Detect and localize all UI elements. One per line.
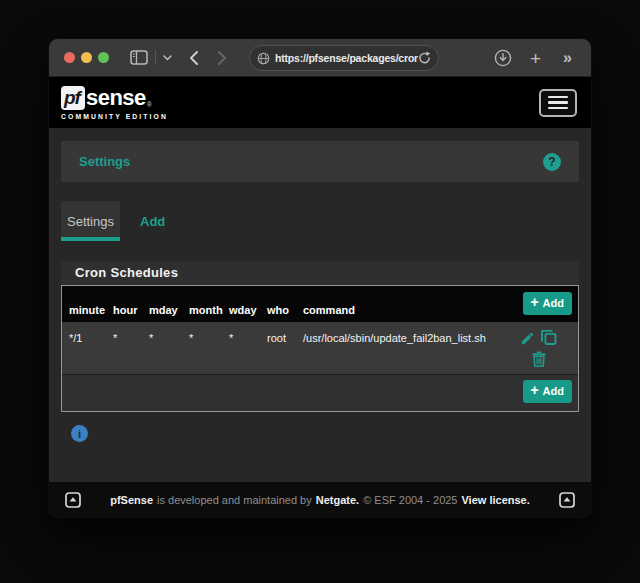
pfsense-logo[interactable]: pf sense ® COMMUNITY EDITION <box>61 86 168 120</box>
cell-command: /usr/local/sbin/update_fail2ban_list.sh <box>303 331 520 345</box>
cell-month: * <box>189 331 229 345</box>
add-schedule-button-bottom[interactable]: +Add <box>523 380 572 403</box>
col-hour: hour <box>113 304 149 322</box>
cell-wday: * <box>229 331 267 345</box>
cell-hour: * <box>113 331 149 345</box>
close-window-button[interactable] <box>64 52 75 63</box>
sidebar-icon <box>130 50 148 65</box>
col-mday: mday <box>149 304 189 322</box>
plus-icon: + <box>530 49 541 68</box>
breadcrumb: Settings ? <box>61 141 579 182</box>
delete-button[interactable] <box>532 351 546 371</box>
copy-button[interactable] <box>540 328 557 350</box>
col-minute: minute <box>69 304 113 322</box>
footer-brand: pfSense <box>110 494 153 506</box>
forward-button[interactable] <box>217 50 227 66</box>
minimize-window-button[interactable] <box>81 52 92 63</box>
caret-square-up-icon <box>65 492 81 508</box>
tab-settings-label: Settings <box>67 214 114 229</box>
table-footer-row: +Add <box>62 374 578 411</box>
chevron-right-icon <box>217 50 227 66</box>
row-actions <box>518 327 574 373</box>
cell-who: root <box>267 331 303 345</box>
tab-group-dropdown[interactable] <box>163 55 172 61</box>
downloads-button[interactable] <box>494 49 512 67</box>
plus-icon: + <box>530 385 538 396</box>
footer-netgate-link[interactable]: Netgate. <box>316 494 359 506</box>
pencil-icon <box>520 331 535 346</box>
menu-toggle-button[interactable] <box>539 89 577 117</box>
toolbar-overflow-button[interactable]: » <box>563 49 572 67</box>
table-row: */1 * * * * root /usr/local/sbin/update_… <box>62 322 578 374</box>
page-content: Settings ? Settings Add Cron Schedules m… <box>49 141 591 497</box>
scroll-top-button-left[interactable] <box>65 492 81 508</box>
cron-table: minute hour mday month wday who command … <box>61 285 579 412</box>
add-schedule-button-top[interactable]: +Add <box>523 292 572 315</box>
table-header-row: minute hour mday month wday who command … <box>62 286 578 322</box>
cell-minute: */1 <box>69 331 113 345</box>
tab-add-label: Add <box>140 214 165 229</box>
tab-add[interactable]: Add <box>130 201 175 241</box>
edit-button[interactable] <box>520 331 535 350</box>
logo-sense-text: sense <box>86 87 146 109</box>
chevron-down-icon <box>163 55 172 61</box>
new-tab-button[interactable]: + <box>530 49 541 68</box>
site-header: pf sense ® COMMUNITY EDITION <box>49 77 591 128</box>
cron-schedules-panel: Cron Schedules minute hour mday month wd… <box>61 261 579 412</box>
footer-copyright: © ESF 2004 - 2025 <box>363 494 457 506</box>
back-button[interactable] <box>189 50 199 66</box>
scroll-top-button-right[interactable] <box>559 492 575 508</box>
browser-window: https://pfsense/packages/cron/ + <box>48 38 592 518</box>
desktop-background: https://pfsense/packages/cron/ + <box>0 0 640 583</box>
sidebar-toggle-button[interactable] <box>130 50 148 65</box>
cell-mday: * <box>149 331 189 345</box>
footer-view-license-link[interactable]: View license. <box>461 494 529 506</box>
zoom-window-button[interactable] <box>98 52 109 63</box>
plus-icon: + <box>530 297 538 308</box>
caret-square-up-icon <box>559 492 575 508</box>
reload-icon[interactable] <box>418 51 431 65</box>
copy-icon <box>540 328 557 346</box>
col-who: who <box>267 304 303 322</box>
community-edition-label: COMMUNITY EDITION <box>61 113 168 120</box>
browser-toolbar: https://pfsense/packages/cron/ + <box>49 39 591 77</box>
col-wday: wday <box>229 304 267 322</box>
footer-maintained-text: is developed and maintained by <box>157 494 312 506</box>
tab-bar: Settings Add <box>61 201 579 241</box>
col-command: command <box>303 304 520 322</box>
tab-settings[interactable]: Settings <box>61 201 120 241</box>
chevron-left-icon <box>189 50 199 66</box>
hamburger-icon <box>548 96 568 99</box>
download-icon <box>494 49 512 67</box>
add-button-label: Add <box>543 385 564 397</box>
logo-pf-mark: pf <box>61 86 85 110</box>
site-footer: pfSense is developed and maintained by N… <box>49 482 591 517</box>
double-chevron-icon: » <box>563 49 572 67</box>
active-tab-underline <box>61 237 120 241</box>
window-controls <box>64 52 109 63</box>
info-button[interactable]: i <box>71 425 88 442</box>
url-text: https://pfsense/packages/cron/ <box>275 52 418 64</box>
add-button-label: Add <box>543 297 564 309</box>
breadcrumb-settings-link[interactable]: Settings <box>79 154 130 169</box>
panel-title: Cron Schedules <box>61 261 579 285</box>
footer-text: pfSense is developed and maintained by N… <box>110 494 530 506</box>
address-bar[interactable]: https://pfsense/packages/cron/ <box>249 45 439 71</box>
help-button[interactable]: ? <box>543 153 561 171</box>
col-month: month <box>189 304 229 322</box>
registered-mark: ® <box>147 101 152 108</box>
toolbar-divider <box>155 50 156 65</box>
globe-icon <box>257 52 270 65</box>
trash-icon <box>532 351 546 367</box>
